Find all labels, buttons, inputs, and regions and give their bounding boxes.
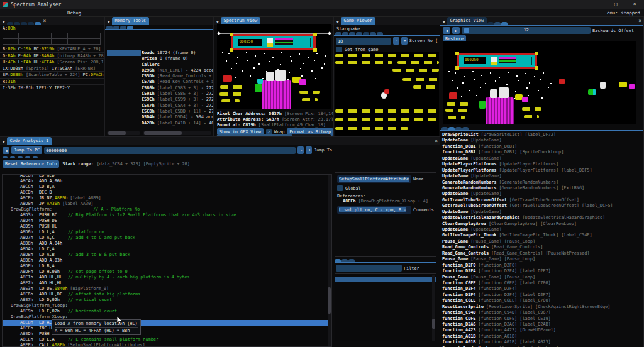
io-device-item[interactable] (107, 56, 141, 62)
trace-row[interactable]: GetTravelTubeScreenOffset[GetTravelTubeS… (440, 203, 643, 209)
disasm-row[interactable]: A8E3hLD DE,9840h[BigPlatform_0] (3, 286, 331, 292)
disasm-row[interactable]: A8E6hADD HL,DE// offset into big platfor… (3, 292, 331, 297)
trace-row[interactable]: function_CDFE[function_CDFE] [label_CE19… (440, 316, 643, 322)
trace-tab[interactable] (448, 127, 455, 130)
close-icon[interactable]: × (636, 18, 643, 25)
collapse-arrow-icon[interactable]: ▼ (0, 140, 7, 145)
collapse-arrow-icon[interactable]: ▼ (0, 19, 7, 25)
io-device-item[interactable] (107, 50, 141, 56)
marker-handle-left[interactable] (217, 31, 221, 35)
screen-no-decrement-button[interactable]: - (393, 37, 399, 45)
global-checkbox[interactable] (337, 185, 343, 191)
disasm-row[interactable]: A8D7hLD A,C// add 4 to C and put back (3, 235, 331, 241)
trace-row[interactable]: function_D8B1[function_D8B1] [SpriteChec… (440, 150, 643, 155)
disasm-row[interactable]: A8DFhLD H,00h// set page offset to 0 (3, 269, 331, 275)
trace-row[interactable]: ResetLaserSprite[ResetLaserSprite] [Chec… (440, 304, 643, 310)
trace-row[interactable]: GetItemImagePtr_Thunk[GetItemImagePtr_Th… (440, 233, 643, 238)
io-detail-row[interactable]: C586h [label_C583 + 3] - 272 acc (142, 85, 213, 91)
trace-row[interactable]: function_C6EE[function_C6EE] [label_C700… (440, 280, 643, 286)
spectrum-screen[interactable]: 000250 (217, 24, 331, 109)
io-device-item[interactable] (107, 79, 141, 85)
trace-row[interactable]: function_D2A6[function_D2A6] [label_D2AB… (440, 322, 643, 328)
disasm-row[interactable]: A8E1hADD HL,HL// multiply by 4 - each bi… (3, 275, 331, 280)
close-icon[interactable]: × (42, 18, 48, 25)
function-list-item[interactable] (335, 329, 436, 335)
disasm-row[interactable]: DrawBigPlatform_YLoop: (3, 303, 331, 309)
io-detail-row[interactable]: C5A7h [label_C5A4 + 3] - 272 acc (142, 103, 213, 109)
io-detail-row[interactable]: C57Bh [Read_Key_Controls + 5] - (142, 79, 213, 85)
trace-row[interactable]: UpdateGame[UpdateGame] (440, 191, 643, 197)
function-list-item[interactable] (335, 306, 436, 311)
io-detail-row[interactable]: Reads 10724 (frame 0) (142, 50, 213, 56)
trace-row[interactable]: UpdateElectricalHazardGraphics[UpdateEle… (440, 215, 643, 221)
disasm-row[interactable]: A8D5hPUSH HL (3, 224, 331, 229)
trace-row[interactable]: Pause_Game[Pause_Game] [Pause_Loop] (440, 239, 643, 245)
trace-row[interactable]: function_A01B[function_A01B] [label_A023… (440, 339, 643, 345)
io-device-item[interactable] (107, 74, 141, 79)
trace-tab[interactable] (441, 127, 448, 130)
trace-row[interactable]: UpdateGame[UpdateGame] (440, 209, 643, 215)
function-comments-input[interactable]: L sml plt no, C - xpo, B - (337, 206, 411, 214)
function-list-item[interactable] (335, 294, 436, 300)
close-icon[interactable]: × (625, 0, 644, 9)
disasm-row[interactable]: A8D3hPUSH BC// Big Platform is 2x2 Small… (3, 212, 331, 218)
trace-row[interactable]: GetTravelTubeScreenOffset[GetTravelTubeS… (440, 197, 643, 203)
trace-tab[interactable] (462, 127, 469, 130)
disasm-row[interactable]: A8CAhADD A,06h (3, 179, 331, 184)
trace-row[interactable]: function_A01B[function_A01B] (440, 334, 643, 339)
details-scrollbar[interactable] (143, 131, 211, 135)
device-list-scrollbar[interactable] (107, 131, 140, 135)
function-list-item[interactable] (335, 300, 436, 306)
trace-row[interactable]: GenerateRandomNumbers[GenerateRandomNumb… (440, 180, 643, 185)
disasm-row[interactable]: A8DEhLD B,A (3, 263, 331, 269)
scrollbar-thumb[interactable] (432, 319, 435, 329)
trace-row[interactable]: function_D2F4[function_D2F4] [label_D2F7… (440, 292, 643, 298)
io-detail-row[interactable]: 0296h [KEY_LINE] - 4224 accesses (142, 68, 213, 74)
trace-row[interactable]: DrawSpriteList[DrawSpriteList] [label_DF… (440, 132, 643, 138)
step-button[interactable] (18, 156, 23, 158)
trace-row[interactable]: Pause_Game[Pause_Game] [Pause_Loop] (440, 256, 643, 262)
trace-row[interactable]: Pause_Game[Pause_Game] [Pause_Loop] (440, 275, 643, 280)
io-device-item[interactable] (107, 85, 141, 91)
game-viewer-view-tab[interactable] (370, 32, 376, 35)
io-detail-row[interactable]: DA2Bh [label_DA1D + 14] - 4092 a (142, 121, 213, 126)
io-detail-row[interactable]: Callers (142, 62, 213, 68)
function-list-scrollbar[interactable] (432, 275, 435, 341)
trace-row[interactable]: function_D2F0[function_D2F0] (440, 263, 643, 268)
reset-reference-info-button[interactable]: Reset Reference Info (3, 160, 59, 168)
address-increment-button[interactable]: + (306, 146, 312, 154)
disasm-row[interactable]: A8C8hLD H,D (3, 174, 331, 179)
memory-tools-tab[interactable]: Memory Tools (112, 17, 149, 25)
registers-tab[interactable] (21, 22, 27, 25)
trace-row[interactable]: ClearGameplayArea[ClearGameplayArea] [Cl… (440, 221, 643, 227)
trace-row[interactable]: function_C6EE[function_C6EE] [label_C700… (440, 298, 643, 304)
maximize-icon[interactable]: ▢ (606, 0, 625, 9)
close-icon[interactable]: × (433, 138, 440, 145)
graphics-tab[interactable] (487, 22, 494, 25)
function-name-input[interactable]: SetupSmallPlatformAttribute (337, 175, 411, 183)
game-viewer-view-tab[interactable] (363, 32, 369, 35)
function-list-item[interactable] (335, 289, 436, 294)
browser-tab[interactable] (348, 259, 355, 262)
disasm-row[interactable]: A8E2hADD HL,HL (3, 280, 331, 286)
disasm-row[interactable]: A8E9hLD E,02h// horizontal count (3, 309, 331, 314)
disasm-row[interactable]: A8D0hJP AA30h[label_AA30] (3, 201, 331, 207)
trace-row[interactable]: UpdateGame[UpdateGame] (440, 156, 643, 162)
game-screen[interactable] (335, 52, 439, 137)
step-button[interactable] (3, 156, 8, 158)
trace-row[interactable]: UpdatePlayerPlatforms[UpdatePlayerPlatfo… (440, 168, 643, 174)
scrollbar-thumb[interactable] (108, 131, 126, 135)
step-button[interactable] (33, 156, 38, 158)
io-detail-row[interactable]: D5D4h [label_D5D4] - 504 accesse (142, 114, 213, 120)
trace-row[interactable]: function_C94D[function_C94D] [label_C967… (440, 310, 643, 316)
io-device-item[interactable] (107, 62, 141, 68)
trace-row[interactable]: Read_Game_Controls[Read_Game_Controls] (440, 245, 643, 250)
registers-tab[interactable] (35, 22, 41, 25)
trace-row[interactable]: UpdateGame[UpdateGame] (440, 138, 643, 143)
memory-tab[interactable] (106, 26, 113, 29)
disasm-row[interactable]: A8DAhLD C,A (3, 246, 331, 252)
disasm-row[interactable]: A8EEhLD L,A// L contains small platform … (3, 337, 331, 343)
disasm-row[interactable]: A8D8hADD A,04h (3, 241, 331, 246)
io-detail-row[interactable]: C5C8h [label_C5BD + 11] - 272 ac (142, 109, 213, 114)
disasm-row[interactable]: A8E7hLD D,02h// vertical count (3, 297, 331, 303)
